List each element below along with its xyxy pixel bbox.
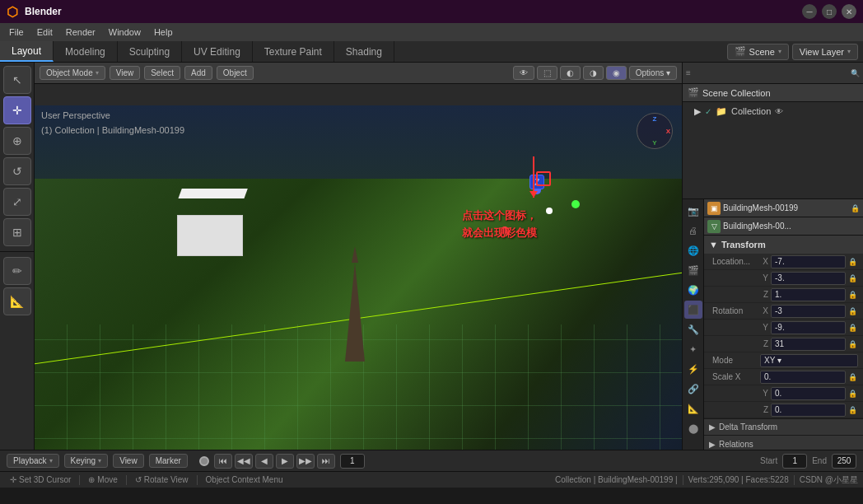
object-menu[interactable]: Object <box>217 66 254 80</box>
relations-header[interactable]: ▶ Relations <box>704 436 863 450</box>
current-frame-box[interactable]: 1 <box>340 454 365 469</box>
prop-icon-render[interactable]: 📷 <box>684 202 702 220</box>
prop-icon-view-layer[interactable]: 🌐 <box>684 241 702 259</box>
minimize-button[interactable]: ─ <box>802 4 817 19</box>
tab-modeling[interactable]: Modeling <box>54 41 118 62</box>
prop-icon-scene[interactable]: 🎬 <box>684 261 702 279</box>
transform-title: Transform <box>721 240 766 250</box>
tool-move[interactable]: ⊕ <box>3 127 31 155</box>
tool-rotate[interactable]: ↺ <box>3 157 31 185</box>
timeline-range: Start 1 End 250 <box>760 454 856 469</box>
play-btn[interactable]: ▶ <box>276 454 294 469</box>
rotation-x-lock[interactable]: 🔒 <box>848 307 858 315</box>
prev-keyframe-btn[interactable]: ◀◀ <box>235 454 253 469</box>
viewport-shading-rendered[interactable]: ◉ <box>606 66 627 80</box>
view-layer-selector[interactable]: View Layer ▾ <box>792 44 858 60</box>
rotation-y-lock[interactable]: 🔒 <box>848 324 858 332</box>
tool-measure[interactable]: 📐 <box>3 287 31 315</box>
location-x-value[interactable]: -7. <box>771 255 846 268</box>
scale-x-value[interactable]: 0. <box>760 371 846 384</box>
next-frame-btn[interactable]: ▶▶ <box>296 454 315 469</box>
viewport-shading-solid[interactable]: ◐ <box>560 66 581 80</box>
tab-sculpting[interactable]: Sculpting <box>118 41 182 62</box>
playback-menu[interactable]: Playback ▾ <box>7 454 59 468</box>
add-menu[interactable]: Add <box>184 66 212 80</box>
navigation-gizmo[interactable]: Z X Y <box>634 110 675 152</box>
sy-axis-label: Y <box>760 389 768 398</box>
viewport-canvas[interactable]: Z 点击这个图标， 就会出现彩色模 Z X Y <box>35 105 682 450</box>
select-menu-label: Select <box>151 68 174 77</box>
prop-icon-world[interactable]: 🌍 <box>684 281 702 299</box>
tab-texture-paint[interactable]: Texture Paint <box>253 41 334 62</box>
menu-file[interactable]: File <box>3 26 30 39</box>
relations-expand-icon: ▶ <box>709 440 716 449</box>
tool-cursor[interactable]: ✛ <box>3 96 31 124</box>
scene-selector[interactable]: 🎬 Scene ▾ <box>727 44 789 60</box>
location-y-lock[interactable]: 🔒 <box>848 274 858 282</box>
view-menu[interactable]: View <box>110 66 141 80</box>
scale-z-lock[interactable]: 🔒 <box>848 406 858 414</box>
delta-transform-header[interactable]: ▶ Delta Transform <box>704 419 863 436</box>
rotation-z-value[interactable]: 31 <box>771 338 846 351</box>
close-button[interactable]: ✕ <box>842 4 856 19</box>
cursor-tool-label: Set 3D Cursor <box>19 475 71 484</box>
prop-icon-object[interactable]: ⬛ <box>684 301 702 319</box>
tab-uv-editing[interactable]: UV Editing <box>182 41 253 62</box>
prop-icon-material[interactable]: ⬤ <box>684 419 702 437</box>
viewport-overlay-toggle[interactable]: 👁 <box>513 66 534 80</box>
prop-icon-output[interactable]: 🖨 <box>684 222 702 240</box>
tool-scale[interactable]: ⤢ <box>3 188 31 216</box>
options-button[interactable]: Options ▾ <box>629 66 677 80</box>
location-x-lock[interactable]: 🔒 <box>848 258 858 266</box>
tool-select[interactable]: ↖ <box>3 66 31 94</box>
tool-annotate[interactable]: ✏ <box>3 257 31 285</box>
viewport-shading-wire[interactable]: ⬚ <box>537 66 557 80</box>
prop-icon-constraints[interactable]: 🔗 <box>684 380 702 398</box>
end-frame-box[interactable]: 250 <box>832 454 856 469</box>
context-menu-label: Object Context Menu <box>206 475 283 484</box>
z-axis-badge[interactable]: Z <box>529 175 544 189</box>
transform-header[interactable]: ▼ Transform <box>704 236 863 254</box>
scale-z-value[interactable]: 0. <box>771 404 846 417</box>
tab-layout[interactable]: Layout <box>0 41 54 62</box>
rotation-z-lock[interactable]: 🔒 <box>848 340 858 348</box>
mode-value[interactable]: XY ▾ <box>760 354 858 367</box>
start-label: Start <box>760 456 777 465</box>
rotation-x-value[interactable]: -3 <box>771 305 846 318</box>
visibility-icon[interactable]: 👁 <box>775 107 783 116</box>
collection-item-root[interactable]: ▶ ✓ 📁 Collection 👁 <box>683 102 863 120</box>
rotation-y-value[interactable]: -9. <box>771 321 846 334</box>
menu-render[interactable]: Render <box>60 26 101 39</box>
status-divider-3 <box>197 475 198 485</box>
mode-selector[interactable]: Object Mode ▾ <box>40 66 105 80</box>
prop-icon-physics[interactable]: ⚡ <box>684 360 702 378</box>
jump-end-btn[interactable]: ⏭ <box>317 454 335 469</box>
start-frame-box[interactable]: 1 <box>782 454 807 469</box>
viewport-shading-material[interactable]: ◑ <box>583 66 604 80</box>
location-z-lock[interactable]: 🔒 <box>848 291 858 299</box>
collection-checkbox[interactable]: ✓ <box>705 107 711 116</box>
maximize-button[interactable]: □ <box>822 4 837 19</box>
scale-y-lock[interactable]: 🔒 <box>848 390 858 398</box>
marker-menu[interactable]: Marker <box>149 454 188 468</box>
prev-frame-btn[interactable]: ◀ <box>255 454 273 469</box>
menu-window[interactable]: Window <box>103 26 147 39</box>
prop-icon-particles[interactable]: ✦ <box>684 340 702 358</box>
jump-start-btn[interactable]: ⏮ <box>214 454 232 469</box>
prop-icon-data[interactable]: 📐 <box>684 399 702 418</box>
select-menu[interactable]: Select <box>144 66 180 80</box>
location-z-value[interactable]: 1. <box>771 288 846 301</box>
3d-viewport[interactable]: Object Mode ▾ View Select Add Object 👁 ⬚… <box>35 63 682 450</box>
object-lock-icon[interactable]: 🔒 <box>851 204 860 212</box>
prop-icon-modifier[interactable]: 🔧 <box>684 320 702 338</box>
keying-menu[interactable]: Keying ▾ <box>64 454 109 468</box>
status-right: Collection | BuildingMesh-00199 | Verts:… <box>555 474 858 486</box>
menu-edit[interactable]: Edit <box>31 26 58 39</box>
scale-y-value[interactable]: 0. <box>771 387 846 400</box>
location-y-value[interactable]: -3. <box>771 272 846 285</box>
scale-x-lock[interactable]: 🔒 <box>848 373 858 381</box>
tool-transform[interactable]: ⊞ <box>3 218 31 246</box>
view-menu-tl[interactable]: View <box>113 454 144 468</box>
tab-shading[interactable]: Shading <box>334 41 394 62</box>
menu-help[interactable]: Help <box>148 26 179 39</box>
